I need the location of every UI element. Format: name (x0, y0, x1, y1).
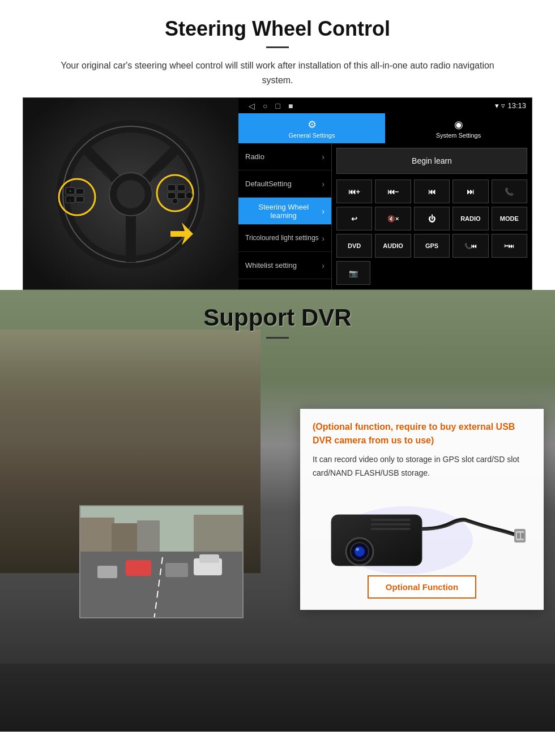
status-bar: ◁ ○ □ ■ ▾ ▿ 13:13 (238, 98, 532, 113)
road-scene-svg (80, 506, 244, 618)
svg-rect-50 (521, 533, 524, 539)
svg-rect-32 (126, 560, 151, 576)
radio-button[interactable]: RADIO (452, 207, 488, 230)
next-button[interactable]: ⏭ (452, 180, 488, 203)
return-button[interactable]: ↩ (336, 207, 372, 230)
nav-icons: ◁ ○ □ ■ (244, 101, 493, 110)
tabs-row: ⚙ General Settings ◉ System Settings (238, 113, 532, 143)
svg-point-43 (356, 548, 359, 551)
svg-point-23 (172, 198, 178, 204)
chevron-icon-tricoloured: › (322, 234, 325, 243)
general-settings-icon: ⚙ (308, 118, 317, 131)
home-icon[interactable]: ○ (263, 101, 267, 110)
dvr-camera-area (313, 489, 531, 569)
svg-rect-20 (168, 193, 176, 199)
dvr-description: It can record video only to storage in G… (313, 453, 531, 480)
tab-system-settings[interactable]: ◉ System Settings (385, 113, 532, 143)
vol-down-button[interactable]: ⏮− (375, 180, 411, 203)
steering-panel: + - (23, 97, 532, 290)
menu-item-steering-wheel[interactable]: Steering Wheel learning › (238, 198, 331, 225)
menu-tricoloured-label: Tricoloured light settings (245, 234, 319, 243)
dvr-title-divider (266, 337, 289, 339)
title-divider (266, 46, 289, 48)
call-prev-button[interactable]: 📞⏮ (452, 234, 488, 258)
optional-function-button[interactable]: Optional Function (368, 575, 476, 599)
audio-button[interactable]: AUDIO (375, 234, 411, 258)
svg-point-22 (186, 192, 193, 199)
phone-button[interactable]: 📞 (492, 180, 527, 203)
mute-button[interactable]: 🔇× (375, 207, 411, 230)
svg-rect-29 (194, 515, 244, 554)
svg-point-7 (117, 180, 145, 208)
chevron-icon-default: › (322, 180, 325, 189)
control-buttons-row2: ↩ 🔇× ⏻ RADIO MODE (336, 207, 527, 230)
begin-learn-label: Begin learn (412, 156, 452, 165)
menu-steering-label: Steering Wheel learning (245, 203, 322, 220)
steering-wheel-image: + - (23, 98, 238, 290)
control-buttons-row1: ⏮+ ⏮− ⏮ ⏭ 📞 (336, 180, 527, 203)
menu-left: Radio › DefaultSetting › Steering Wheel … (238, 143, 332, 289)
tab-general-label: General Settings (289, 132, 335, 139)
gps-button[interactable]: GPS (414, 234, 450, 258)
svg-text:+: + (69, 189, 71, 193)
svg-rect-45 (371, 523, 411, 526)
menu-default-label: DefaultSetting (245, 180, 292, 188)
dvr-camera-svg (314, 484, 530, 574)
dvd-button[interactable]: DVD (336, 234, 372, 258)
menu-item-whitelist[interactable]: Whitelist setting › (238, 252, 331, 279)
wifi-icon: ▿ (501, 101, 505, 110)
menu-area: Radio › DefaultSetting › Steering Wheel … (238, 143, 532, 289)
svg-rect-39 (331, 515, 422, 566)
steering-bg: + - (23, 98, 238, 290)
page-title: Steering Wheel Control (23, 17, 532, 41)
camera-extra-button[interactable]: 📷 (336, 261, 370, 285)
cut-next-button[interactable]: ✂⏭ (492, 234, 527, 258)
svg-rect-27 (112, 523, 140, 554)
status-time: 13:13 (507, 101, 526, 110)
menu-radio-label: Radio (245, 152, 264, 161)
prev-button[interactable]: ⏮ (414, 180, 450, 203)
dvr-optional-text: (Optional function, require to buy exter… (313, 420, 531, 447)
menu-item-default-setting[interactable]: DefaultSetting › (238, 170, 331, 198)
back-icon[interactable]: ◁ (249, 101, 255, 110)
chevron-icon-steering: › (322, 207, 325, 216)
tab-general-settings[interactable]: ⚙ General Settings (238, 113, 385, 143)
svg-rect-34 (97, 566, 117, 578)
chevron-icon-radio: › (322, 152, 325, 161)
begin-learn-button[interactable]: Begin learn (336, 148, 527, 174)
svg-rect-15 (76, 189, 84, 194)
steering-wheel-svg: + - (23, 98, 238, 290)
tab-system-label: System Settings (436, 132, 481, 139)
vol-up-button[interactable]: ⏮+ (336, 180, 372, 203)
svg-rect-49 (517, 533, 520, 539)
menu-icon[interactable]: ■ (288, 101, 293, 110)
dvr-content: Support DVR (0, 290, 555, 732)
svg-rect-44 (371, 519, 411, 521)
svg-rect-21 (177, 193, 185, 199)
power-button[interactable]: ⏻ (414, 207, 450, 230)
recent-icon[interactable]: □ (275, 101, 280, 110)
svg-rect-28 (137, 520, 160, 554)
svg-rect-19 (177, 185, 185, 191)
svg-rect-16 (76, 197, 84, 202)
dashboard-bg (0, 664, 555, 732)
dvr-title: Support DVR (0, 304, 555, 331)
svg-rect-26 (80, 518, 114, 554)
chevron-icon-whitelist: › (322, 261, 325, 270)
menu-right: Begin learn ⏮+ ⏮− ⏮ ⏭ 📞 ↩ 🔇× ⏻ (332, 143, 532, 289)
mode-button[interactable]: MODE (492, 207, 527, 230)
section-subtitle: Your original car's steering wheel contr… (57, 58, 498, 87)
svg-rect-33 (165, 563, 188, 577)
svg-rect-36 (199, 554, 219, 563)
android-ui-panel: ◁ ○ □ ■ ▾ ▿ 13:13 ⚙ General Settings ◉ S… (238, 98, 532, 289)
svg-rect-18 (168, 185, 176, 191)
menu-item-radio[interactable]: Radio › (238, 143, 331, 170)
optional-function-label: Optional Function (386, 582, 458, 592)
dvr-section-header: Support DVR (0, 290, 555, 357)
svg-rect-46 (371, 528, 411, 530)
dvr-info-card: (Optional function, require to buy exter… (300, 409, 544, 610)
menu-item-tricoloured[interactable]: Tricoloured light settings › (238, 225, 331, 252)
menu-whitelist-label: Whitelist setting (245, 261, 297, 270)
dvr-section: Support DVR (0, 290, 555, 732)
steering-section: Steering Wheel Control Your original car… (0, 0, 555, 290)
